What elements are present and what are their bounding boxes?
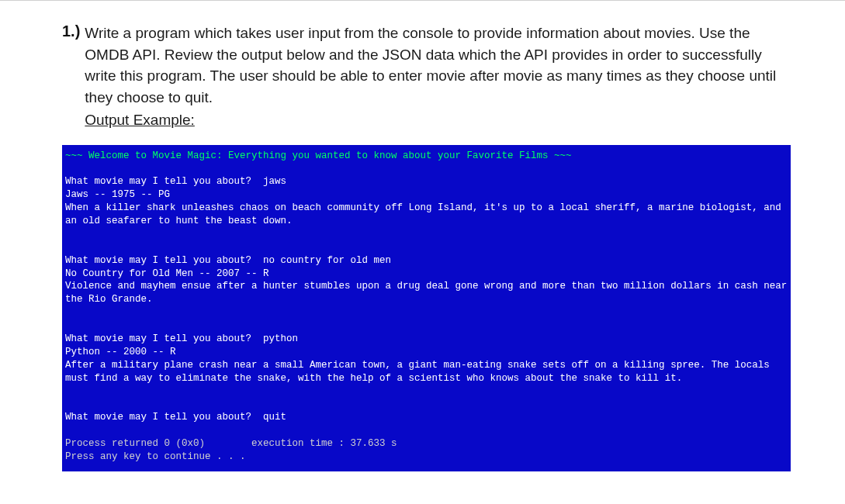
output-example-label: Output Example: [85,109,195,131]
question-text: Write a program which takes user input f… [85,25,776,105]
question-number: 1.) [62,22,80,40]
console-output: ~~~ Welcome to Movie Magic: Everything y… [62,145,791,471]
question-block: 1.) Write a program which takes user inp… [62,22,791,131]
question-body: Write a program which takes user input f… [85,22,791,131]
document-page: 1.) Write a program which takes user inp… [0,0,845,471]
